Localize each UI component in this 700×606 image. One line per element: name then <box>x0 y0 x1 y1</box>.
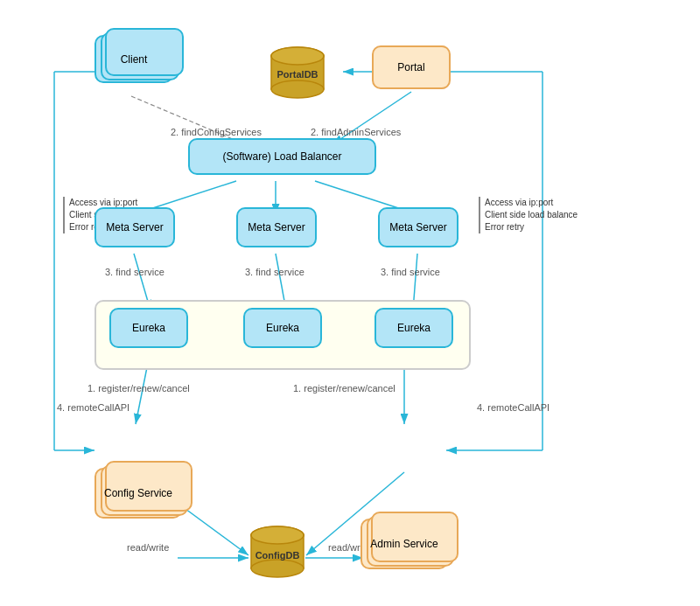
configdb-label: ConfigDB <box>256 550 300 561</box>
eureka-2-label: Eureka <box>266 322 299 334</box>
bracket-right-label: Access via ip:port Client side load bala… <box>479 197 578 233</box>
register-right-label: 1. register/renew/cancel <box>293 383 396 394</box>
svg-point-34 <box>251 560 304 577</box>
svg-point-30 <box>271 80 324 98</box>
find-config-label: 2. findConfigServices <box>171 127 262 137</box>
configdb-node: ConfigDB <box>248 525 307 584</box>
admin-service-label: Admin Service <box>370 538 438 550</box>
portal-label: Portal <box>397 61 424 73</box>
svg-point-35 <box>251 526 304 544</box>
meta-server-1-node: Meta Server <box>94 207 175 247</box>
eureka-2-node: Eureka <box>243 308 322 348</box>
meta-server-1-label: Meta Server <box>106 221 163 233</box>
find-service-1-label: 3. find service <box>105 267 164 277</box>
load-balancer-node: (Software) Load Balancer <box>188 138 376 175</box>
diagram-container: Client PortalDB Portal (Software) Load B… <box>0 0 700 606</box>
eureka-1-label: Eureka <box>132 322 165 334</box>
client-node: Client <box>94 35 173 83</box>
find-service-3-label: 3. find service <box>381 267 440 277</box>
remote-call-left-label: 4. remoteCallAPI <box>57 402 130 413</box>
admin-service-node: Admin Service <box>360 519 448 569</box>
remote-call-right-label: 4. remoteCallAPI <box>477 402 550 413</box>
read-write-left-label: read/write <box>127 542 169 553</box>
svg-point-31 <box>271 47 324 65</box>
client-label: Client <box>121 53 148 66</box>
find-admin-label: 2. findAdminServices <box>311 127 401 137</box>
config-service-label: Config Service <box>104 487 172 499</box>
meta-server-3-node: Meta Server <box>378 207 458 247</box>
meta-server-3-label: Meta Server <box>389 221 446 233</box>
meta-server-2-label: Meta Server <box>248 221 304 233</box>
find-service-2-label: 3. find service <box>245 267 304 277</box>
register-left-label: 1. register/renew/cancel <box>88 383 190 394</box>
config-service-node: Config Service <box>94 468 182 519</box>
eureka-3-node: Eureka <box>374 308 453 348</box>
portal-node: Portal <box>372 45 451 89</box>
load-balancer-label: (Software) Load Balancer <box>222 150 341 163</box>
eureka-1-node: Eureka <box>109 308 188 348</box>
meta-server-2-node: Meta Server <box>236 207 317 247</box>
eureka-3-label: Eureka <box>397 322 430 334</box>
portaldb-node: PortalDB <box>268 45 327 102</box>
portaldb-label: PortalDB <box>276 69 318 80</box>
